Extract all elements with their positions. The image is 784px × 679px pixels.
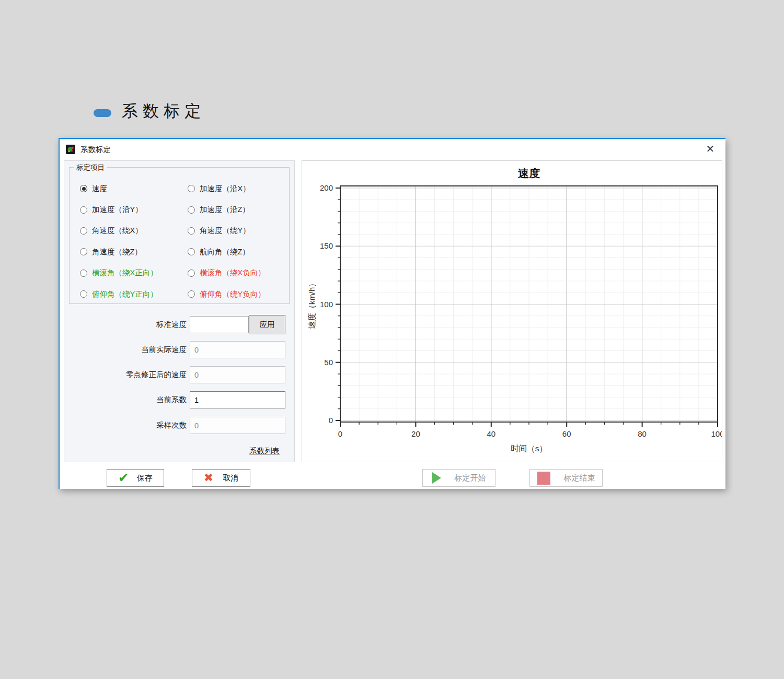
radio-label: 横滚角（绕X负向） xyxy=(200,268,266,278)
svg-text:60: 60 xyxy=(562,429,571,438)
app-icon xyxy=(66,145,75,154)
svg-text:20: 20 xyxy=(411,429,420,438)
radio-icon xyxy=(80,227,87,235)
radio-label: 加速度（沿Z） xyxy=(200,205,250,215)
chart-panel: 速度 020406080100050100150200时间（s）速度（km/h） xyxy=(302,160,722,462)
radio-label: 角速度（绕X） xyxy=(92,226,143,236)
radio-label: 航向角（绕Z） xyxy=(200,247,250,257)
radio-icon xyxy=(188,185,195,192)
radio-icon xyxy=(188,270,195,277)
calibration-items-groupbox: 标定项目 速度 加速度（沿X） 加速度（沿Y） 加速度（沿Z） xyxy=(69,167,290,304)
radio-roll-x-pos[interactable]: 横滚角（绕X正向） xyxy=(80,268,188,278)
radio-icon xyxy=(188,248,195,255)
svg-text:50: 50 xyxy=(324,358,333,367)
radio-icon xyxy=(80,290,87,298)
radio-label: 速度 xyxy=(92,184,107,194)
stop-label: 标定结束 xyxy=(564,473,595,483)
radio-label: 角速度（绕Z） xyxy=(92,247,142,257)
x-icon: ✖ xyxy=(204,472,213,484)
check-icon: ✔ xyxy=(118,472,129,484)
titlebar: 系数标定 xyxy=(60,139,725,160)
radio-label: 加速度（沿Y） xyxy=(92,205,143,215)
calibration-start-button[interactable]: 标定开始 xyxy=(422,469,495,487)
radio-icon xyxy=(80,248,87,255)
svg-text:0: 0 xyxy=(338,429,342,438)
cancel-label: 取消 xyxy=(223,473,238,483)
standard-speed-label: 标准速度 xyxy=(64,320,190,330)
apply-button[interactable]: 应用 xyxy=(249,315,285,334)
svg-text:200: 200 xyxy=(320,183,333,192)
svg-text:0: 0 xyxy=(329,416,333,425)
standard-speed-input[interactable] xyxy=(190,316,249,333)
radio-icon xyxy=(188,227,195,235)
radio-label: 横滚角（绕X正向） xyxy=(92,268,158,278)
page-title: 系数标定 xyxy=(122,100,205,122)
radio-pitch-y-pos[interactable]: 俯仰角（绕Y正向） xyxy=(80,289,188,299)
current-coefficient-label: 当前系数 xyxy=(64,395,190,405)
close-icon[interactable]: ✕ xyxy=(704,142,717,156)
radio-label: 角速度（绕Y） xyxy=(200,226,250,236)
svg-text:时间（s）: 时间（s） xyxy=(511,444,547,453)
sample-count-input[interactable] xyxy=(190,417,285,434)
radio-label: 俯仰角（绕Y正向） xyxy=(92,289,158,299)
zero-corrected-speed-row: 零点修正后的速度 xyxy=(64,366,285,384)
radio-angvel-z[interactable]: 角速度（绕Z） xyxy=(80,247,188,257)
svg-text:100: 100 xyxy=(711,429,722,438)
sample-count-row: 采样次数 xyxy=(64,416,285,435)
zero-corrected-speed-input[interactable] xyxy=(190,366,285,383)
current-actual-speed-input[interactable] xyxy=(190,341,285,358)
cancel-button[interactable]: ✖ 取消 xyxy=(192,469,250,487)
play-icon xyxy=(432,472,441,484)
sample-count-label: 采样次数 xyxy=(64,420,190,430)
radio-angvel-y[interactable]: 角速度（绕Y） xyxy=(188,226,285,236)
save-label: 保存 xyxy=(137,473,153,483)
svg-text:80: 80 xyxy=(638,429,647,438)
calibration-stop-button[interactable]: 标定结束 xyxy=(529,469,603,487)
radio-accel-x[interactable]: 加速度（沿X） xyxy=(188,184,285,194)
standard-speed-row: 标准速度 应用 xyxy=(64,315,285,334)
radio-icon xyxy=(188,290,195,298)
svg-text:速度（km/h）: 速度（km/h） xyxy=(307,279,316,329)
radio-heading-z[interactable]: 航向角（绕Z） xyxy=(188,247,285,257)
window-title: 系数标定 xyxy=(80,145,111,155)
coefficient-list-link[interactable]: 系数列表 xyxy=(249,446,280,456)
stop-icon xyxy=(537,472,550,485)
radio-label: 俯仰角（绕Y负向） xyxy=(200,289,266,299)
radio-accel-z[interactable]: 加速度（沿Z） xyxy=(188,205,285,215)
speed-chart-plot: 020406080100050100150200时间（s）速度（km/h） xyxy=(302,161,722,462)
radio-pitch-y-neg[interactable]: 俯仰角（绕Y负向） xyxy=(188,289,285,299)
calibration-settings-panel: 标定项目 速度 加速度（沿X） 加速度（沿Y） 加速度（沿Z） xyxy=(64,160,295,462)
groupbox-title: 标定项目 xyxy=(74,163,107,172)
current-actual-speed-row: 当前实际速度 xyxy=(64,341,285,359)
current-coefficient-input[interactable] xyxy=(190,391,285,408)
radio-roll-x-neg[interactable]: 横滚角（绕X负向） xyxy=(188,268,285,278)
radio-angvel-x[interactable]: 角速度（绕X） xyxy=(80,226,188,236)
start-label: 标定开始 xyxy=(455,473,486,483)
zero-corrected-speed-label: 零点修正后的速度 xyxy=(64,370,190,380)
heading-accent-pill-icon xyxy=(94,109,111,117)
radio-grid: 速度 加速度（沿X） 加速度（沿Y） 加速度（沿Z） 角速度（绕X） xyxy=(80,178,285,298)
radio-icon xyxy=(188,206,195,214)
radio-icon xyxy=(80,270,87,277)
svg-text:150: 150 xyxy=(320,241,333,250)
svg-text:100: 100 xyxy=(320,300,333,309)
page-heading: 系数标定 xyxy=(94,100,205,122)
coefficient-calibration-dialog: 系数标定 ✕ 标定项目 速度 加速度（沿X） 加速度（沿Y） xyxy=(59,138,725,489)
svg-text:40: 40 xyxy=(487,429,495,438)
radio-speed[interactable]: 速度 xyxy=(80,184,188,194)
radio-selected-icon xyxy=(80,185,87,192)
current-coefficient-row: 当前系数 xyxy=(64,391,285,409)
radio-label: 加速度（沿X） xyxy=(200,184,250,194)
save-button[interactable]: ✔ 保存 xyxy=(107,469,164,487)
radio-icon xyxy=(80,206,87,214)
radio-accel-y[interactable]: 加速度（沿Y） xyxy=(80,205,188,215)
current-actual-speed-label: 当前实际速度 xyxy=(64,345,190,355)
